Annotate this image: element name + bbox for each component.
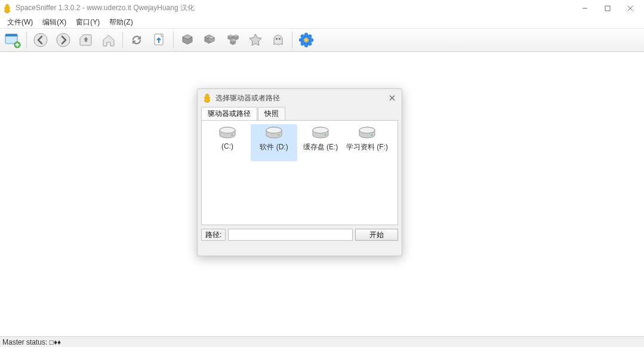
window-controls: [574, 2, 642, 15]
export-button[interactable]: [149, 30, 170, 50]
svg-point-33: [313, 127, 328, 133]
level-up-button[interactable]: [76, 30, 96, 50]
svg-point-31: [278, 134, 280, 136]
titlebar: SpaceSniffer 1.3.0.2 - www.uderzo.it Qwe…: [0, 0, 644, 16]
status-text: Master status: □♦♦: [2, 338, 61, 346]
close-button[interactable]: [619, 2, 642, 15]
forward-button[interactable]: [53, 30, 73, 50]
svg-rect-5: [5, 34, 17, 36]
drive-list: (C:) 软件 (D:) 缓存盘 (E:) 学习资料 (F:): [201, 120, 398, 225]
toolbar: [0, 28, 644, 52]
svg-point-34: [325, 134, 326, 136]
drive-label: (C:): [221, 142, 233, 151]
svg-point-10: [57, 33, 70, 47]
svg-point-37: [371, 134, 373, 136]
dialog-tabs: 驱动器或路径 快照: [198, 107, 402, 120]
tab-snapshot[interactable]: 快照: [258, 107, 285, 120]
start-button[interactable]: 开始: [355, 229, 398, 241]
menu-edit[interactable]: 编辑(X): [38, 16, 71, 29]
tab-drives[interactable]: 驱动器或路径: [201, 107, 257, 120]
dialog-title: 选择驱动器或者路径: [215, 93, 280, 103]
select-path-dialog: 选择驱动器或者路径 驱动器或路径 快照 (C:) 软件 (D:) 缓存盘 (E:…: [197, 88, 402, 256]
ghost-button[interactable]: [268, 30, 288, 50]
svg-point-9: [34, 33, 47, 47]
svg-rect-1: [605, 6, 610, 11]
maximize-button[interactable]: [596, 2, 619, 15]
menubar: 文件(W) 编辑(X) 窗口(Y) 帮助(Z): [0, 16, 644, 28]
drive-item-e[interactable]: 缓存盘 (E:): [297, 124, 344, 161]
detail-more-button[interactable]: [200, 30, 220, 50]
svg-point-36: [359, 127, 375, 133]
drive-item-c[interactable]: (C:): [204, 124, 251, 161]
dialog-app-icon: [202, 93, 212, 103]
path-label: 路径:: [201, 229, 226, 241]
blocks-button[interactable]: [223, 30, 243, 50]
drive-label: 学习资料 (F:): [346, 142, 388, 152]
hard-drive-icon: [218, 127, 236, 140]
detail-less-button[interactable]: [177, 30, 198, 50]
new-scan-button[interactable]: [2, 30, 23, 50]
svg-point-13: [279, 38, 281, 39]
svg-point-28: [232, 134, 233, 136]
drive-label: 缓存盘 (E:): [303, 142, 338, 152]
svg-point-27: [220, 127, 235, 133]
settings-flower-button[interactable]: [296, 30, 316, 50]
back-button[interactable]: [30, 30, 51, 50]
path-input[interactable]: [228, 229, 353, 241]
menu-help[interactable]: 帮助(Z): [104, 16, 137, 29]
dialog-titlebar: 选择驱动器或者路径: [198, 89, 402, 107]
drive-item-d[interactable]: 软件 (D:): [251, 124, 297, 161]
star-button[interactable]: [245, 30, 266, 50]
hard-drive-icon: [265, 127, 283, 140]
drive-item-f[interactable]: 学习资料 (F:): [344, 124, 390, 161]
refresh-button[interactable]: [127, 30, 147, 50]
svg-point-23: [304, 38, 308, 42]
dialog-close-button[interactable]: [387, 93, 397, 103]
svg-point-30: [266, 127, 282, 133]
drive-label: 软件 (D:): [260, 142, 288, 152]
menu-file[interactable]: 文件(W): [2, 16, 38, 29]
hard-drive-icon: [312, 127, 329, 140]
app-title: SpaceSniffer 1.3.0.2 - www.uderzo.it Qwe…: [16, 3, 574, 13]
app-icon: [2, 4, 12, 13]
dialog-footer: 路径: 开始: [198, 225, 402, 244]
minimize-button[interactable]: [574, 2, 596, 15]
svg-point-12: [276, 38, 278, 39]
statusbar: Master status: □♦♦: [0, 336, 644, 347]
menu-window[interactable]: 窗口(Y): [71, 16, 104, 29]
home-button[interactable]: [98, 30, 119, 50]
hard-drive-icon: [358, 127, 376, 140]
